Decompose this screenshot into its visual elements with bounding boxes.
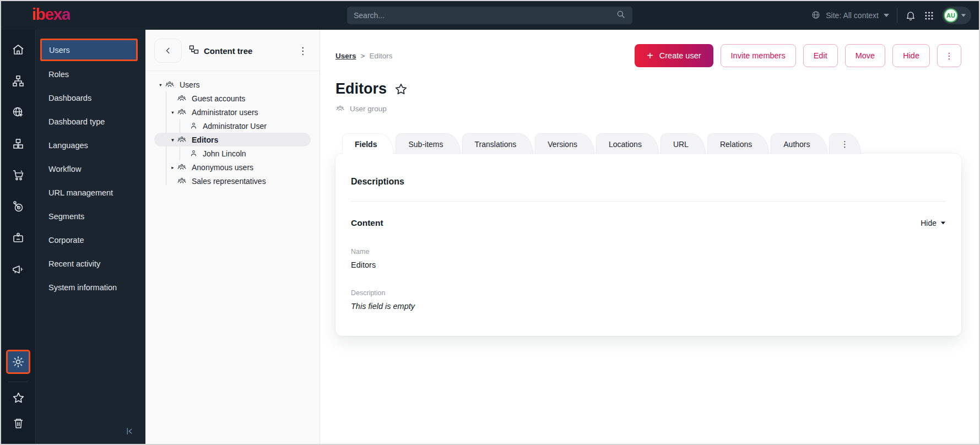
tab-authors[interactable]: Authors [771, 133, 827, 154]
notifications-bell-icon[interactable] [905, 10, 916, 21]
tree-node-anonymous-users[interactable]: ▸ Anonymous users [154, 160, 311, 174]
globe-icon [811, 10, 821, 21]
move-button[interactable]: Move [845, 44, 885, 67]
topbar-divider [897, 8, 897, 23]
product-catalog-icon[interactable] [10, 136, 26, 151]
sidebar-collapse-icon[interactable] [124, 426, 134, 438]
user-group-icon [177, 94, 187, 104]
tree-node-label: John Lincoln [203, 149, 246, 158]
settings-gear-icon[interactable] [6, 350, 30, 374]
content-tree-list: ▾ Users Guest accounts ▾ [154, 78, 311, 188]
hide-button[interactable]: Hide [892, 44, 930, 67]
tree-node-label: Guest accounts [192, 94, 245, 103]
tree-node-administrator-users[interactable]: ▾ Administrator users [154, 105, 311, 119]
action-buttons: + Create user Invite members Edit Move H… [635, 44, 961, 67]
caret-down-icon[interactable]: ▾ [171, 110, 174, 115]
create-user-label: Create user [659, 51, 701, 60]
sidebar-item-workflow[interactable]: Workflow [36, 157, 145, 181]
sidebar-item-dashboard-type[interactable]: Dashboard type [36, 110, 145, 133]
sidebar-item-label: Segments [48, 212, 84, 221]
tree-node-label: Anonymous users [192, 163, 253, 172]
caret-right-icon[interactable]: ▸ [171, 165, 174, 170]
sidebar-item-label: Workflow [48, 165, 81, 173]
hide-section-toggle[interactable]: Hide [921, 219, 946, 227]
user-group-icon [177, 176, 187, 186]
sidebar-item-label: Roles [48, 70, 69, 79]
content-group-header: Content Hide [351, 218, 946, 228]
caret-down-icon[interactable]: ▾ [159, 82, 161, 88]
tab-url[interactable]: URL [660, 133, 706, 154]
tree-node-administrator-user[interactable]: Administrator User [154, 119, 311, 133]
caret-down-icon[interactable]: ▾ [171, 137, 174, 143]
tab-translations[interactable]: Translations [462, 133, 534, 154]
tree-node-label: Sales representatives [192, 177, 266, 186]
user-group-icon [177, 162, 187, 172]
tab-more-kebab-icon[interactable]: ⋮ [829, 133, 861, 154]
tree-node-john-lincoln[interactable]: John Lincoln [154, 146, 311, 160]
hide-toggle-label: Hide [921, 219, 936, 227]
home-icon[interactable] [10, 42, 26, 57]
invite-members-button[interactable]: Invite members [721, 44, 796, 67]
sidebar-item-label: System information [48, 283, 117, 292]
app-grid-icon[interactable] [924, 10, 934, 21]
main-nav-rail [1, 30, 35, 444]
tree-options-kebab-icon[interactable]: ⋮ [295, 43, 311, 59]
content-type-row: User group [335, 104, 961, 113]
content-type-label: User group [350, 105, 387, 113]
sidebar-item-recent-activity[interactable]: Recent activity [36, 252, 145, 275]
personalization-target-icon[interactable] [10, 199, 26, 214]
descriptions-section-title: Descriptions [351, 177, 946, 187]
field-value-description: This field is empty [351, 302, 946, 311]
site-context-label: Site: All context [826, 11, 879, 20]
sidebar-item-url-management[interactable]: URL management [36, 181, 145, 204]
trash-icon[interactable] [10, 415, 26, 431]
bookmark-star-icon[interactable] [394, 82, 408, 96]
breadcrumb: Users > Editors [335, 52, 392, 60]
page-title: Editors [335, 80, 387, 97]
fields-card: Descriptions Content Hide Name Editors D… [335, 154, 961, 336]
sidebar-item-dashboards[interactable]: Dashboards [36, 86, 145, 110]
site-context-selector[interactable]: Site: All context [811, 10, 889, 21]
rail-divider [8, 382, 28, 382]
collapse-tree-button[interactable] [154, 39, 182, 63]
tree-node-label: Administrator users [192, 108, 258, 117]
sidebar-item-system-information[interactable]: System information [36, 275, 145, 299]
tree-node-editors[interactable]: ▾ Editors [154, 133, 311, 146]
avatar: AU [944, 8, 958, 23]
commerce-cart-icon[interactable] [10, 167, 26, 183]
corporate-badge-icon[interactable] [10, 230, 26, 246]
sidebar-item-roles[interactable]: Roles [36, 62, 145, 86]
tree-node-guest-accounts[interactable]: Guest accounts [154, 91, 311, 105]
user-icon [189, 149, 198, 158]
global-search[interactable] [347, 7, 632, 24]
tab-sub-items[interactable]: Sub-items [396, 133, 460, 154]
tab-relations[interactable]: Relations [707, 133, 769, 154]
marketing-megaphone-icon[interactable] [10, 262, 26, 277]
sidebar-item-users[interactable]: Users [40, 39, 138, 61]
edit-button[interactable]: Edit [803, 44, 838, 67]
web-globe-cursor-icon[interactable] [10, 105, 26, 120]
content-group-title: Content [351, 218, 383, 228]
search-icon[interactable] [616, 9, 626, 21]
breadcrumb-users-link[interactable]: Users [335, 52, 356, 60]
field-label-description: Description [351, 289, 946, 297]
tab-versions[interactable]: Versions [535, 133, 594, 154]
tree-node-sales-representatives[interactable]: Sales representatives [154, 174, 311, 188]
tree-header-divider [145, 70, 320, 71]
topbar: ibexa Site: All context A [1, 1, 979, 30]
more-actions-kebab-icon[interactable]: ⋮ [937, 44, 961, 67]
sidebar-item-corporate[interactable]: Corporate [36, 228, 145, 252]
sidebar-item-languages[interactable]: Languages [36, 133, 145, 157]
tab-fields[interactable]: Fields [342, 133, 394, 154]
tab-locations[interactable]: Locations [596, 133, 659, 154]
favorites-star-icon[interactable] [10, 390, 26, 405]
site-structure-icon[interactable] [10, 73, 26, 89]
sidebar-item-segments[interactable]: Segments [36, 204, 145, 228]
search-input[interactable] [354, 11, 616, 20]
tree-node-users[interactable]: ▾ Users [154, 78, 311, 91]
user-group-icon [177, 107, 187, 117]
create-user-button[interactable]: + Create user [635, 44, 713, 67]
admin-sidebar: Users Roles Dashboards Dashboard type La… [35, 30, 145, 444]
sidebar-item-label: Dashboards [48, 94, 91, 102]
user-menu[interactable]: AU [942, 7, 971, 24]
